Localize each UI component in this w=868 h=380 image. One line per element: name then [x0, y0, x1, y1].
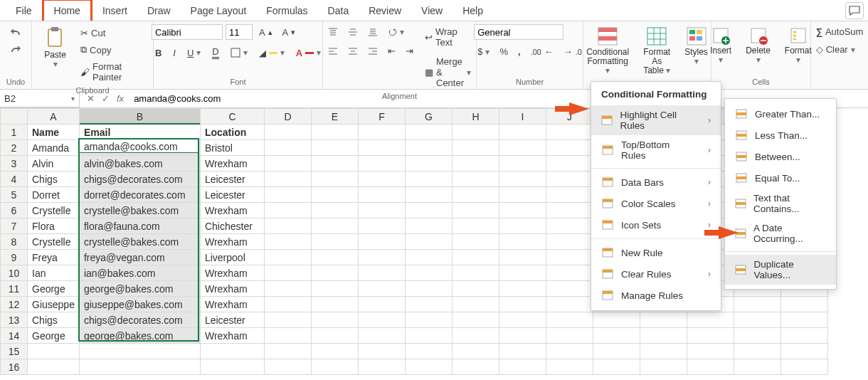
cf-item-new-rule[interactable]: New Rule [591, 242, 721, 263]
borders-button[interactable]: ▾ [227, 46, 251, 60]
cell-K15[interactable] [593, 344, 640, 359]
row-header-2[interactable]: 2 [1, 140, 28, 156]
align-right-button[interactable] [364, 44, 381, 58]
cell-A7[interactable]: Flora [28, 218, 80, 234]
cell-C12[interactable]: Wrexham [200, 297, 264, 312]
cf-item-icon-sets[interactable]: Icon Sets› [591, 214, 721, 236]
hcr-item-greater-than-[interactable]: Greater Than... [725, 103, 836, 125]
cell-I11[interactable] [499, 281, 546, 297]
cell-I13[interactable] [499, 312, 546, 328]
cell-F13[interactable] [358, 312, 405, 328]
row-header-1[interactable]: 1 [1, 125, 28, 140]
name-box[interactable]: B2▾ [0, 90, 80, 107]
cell-E14[interactable] [311, 328, 358, 344]
cell-J3[interactable] [546, 156, 593, 171]
cell-J6[interactable] [546, 203, 593, 218]
underline-button[interactable]: U▾ [184, 46, 204, 60]
cell-E8[interactable] [311, 234, 358, 250]
cell-D16[interactable] [264, 359, 311, 375]
cell-A2[interactable]: Amanda [28, 140, 80, 156]
cf-item-top-bottom-rules[interactable]: Top/Bottom Rules› [591, 135, 721, 165]
cell-E5[interactable] [311, 187, 358, 203]
cell-C9[interactable]: Liverpool [200, 250, 264, 265]
cell-B1[interactable]: Email [79, 125, 200, 140]
cell-O13[interactable] [780, 312, 827, 328]
tab-help[interactable]: Help [452, 1, 493, 21]
percent-button[interactable]: % [496, 44, 512, 59]
cell-B10[interactable]: ian@bakes.com [79, 265, 200, 281]
cell-D15[interactable] [264, 344, 311, 359]
cell-F9[interactable] [358, 250, 405, 265]
decrease-indent-button[interactable]: ⇤ [384, 43, 399, 58]
cell-G14[interactable] [405, 328, 452, 344]
cell-M14[interactable] [687, 328, 734, 344]
cell-G6[interactable] [405, 203, 452, 218]
cell-D11[interactable] [264, 281, 311, 297]
cell-B11[interactable]: george@bakes.com [79, 281, 200, 297]
cell-A5[interactable]: Dorret [28, 187, 80, 203]
cell-N15[interactable] [734, 344, 780, 359]
cell-N12[interactable] [734, 297, 780, 312]
cell-C3[interactable]: Wrexham [200, 156, 264, 171]
tab-insert[interactable]: Insert [92, 1, 137, 21]
cell-A14[interactable]: George [28, 328, 80, 344]
cell-B5[interactable]: dorret@decorates.com [79, 187, 200, 203]
column-header-H[interactable]: H [452, 109, 499, 125]
insert-cells-button[interactable]: Insert▾ [705, 24, 736, 67]
cell-A6[interactable]: Crystelle [28, 203, 80, 218]
cell-K16[interactable] [593, 359, 640, 375]
cell-D13[interactable] [264, 312, 311, 328]
align-top-button[interactable] [324, 25, 342, 39]
number-format-select[interactable] [474, 24, 563, 40]
fx-icon[interactable]: fx [117, 93, 124, 104]
cell-J11[interactable] [546, 281, 593, 297]
cell-C7[interactable]: Chichester [200, 218, 264, 234]
merge-center-button[interactable]: ▦Merge & Center▾ [421, 54, 475, 90]
bold-button[interactable]: B [152, 46, 165, 60]
paste-button[interactable]: Paste ▾ [38, 24, 73, 71]
cell-E2[interactable] [311, 140, 358, 156]
cell-A12[interactable]: Giuseppe [28, 297, 80, 312]
cell-H10[interactable] [452, 265, 499, 281]
cell-G1[interactable] [405, 125, 452, 140]
row-header-16[interactable]: 16 [1, 359, 28, 375]
align-left-button[interactable] [324, 44, 342, 58]
cell-B14[interactable]: george@bakes.com [79, 328, 200, 344]
cell-G2[interactable] [405, 140, 452, 156]
cell-C10[interactable]: Wrexham [200, 265, 264, 281]
cut-button[interactable]: ✂Cut [77, 26, 147, 41]
cell-C16[interactable] [200, 359, 264, 375]
cell-J12[interactable] [546, 297, 593, 312]
row-header-5[interactable]: 5 [1, 187, 28, 203]
cell-D14[interactable] [264, 328, 311, 344]
cell-J15[interactable] [546, 344, 593, 359]
row-header-3[interactable]: 3 [1, 156, 28, 171]
row-header-8[interactable]: 8 [1, 234, 28, 250]
redo-button[interactable] [6, 44, 26, 58]
tab-draw[interactable]: Draw [137, 1, 181, 21]
cell-A11[interactable]: George [28, 281, 80, 297]
cell-C1[interactable]: Location [200, 125, 264, 140]
cell-H1[interactable] [452, 125, 499, 140]
cell-F8[interactable] [358, 234, 405, 250]
cell-G16[interactable] [405, 359, 452, 375]
row-header-9[interactable]: 9 [1, 250, 28, 265]
cell-A3[interactable]: Alvin [28, 156, 80, 171]
row-header-10[interactable]: 10 [1, 265, 28, 281]
cell-C2[interactable]: Bristol [200, 140, 264, 156]
cell-D1[interactable] [264, 125, 311, 140]
cell-J10[interactable] [546, 265, 593, 281]
tab-view[interactable]: View [411, 1, 452, 21]
tab-page-layout[interactable]: Page Layout [181, 1, 257, 21]
cell-H7[interactable] [452, 218, 499, 234]
cell-J8[interactable] [546, 234, 593, 250]
cell-K13[interactable] [593, 312, 640, 328]
cell-I8[interactable] [499, 234, 546, 250]
row-header-14[interactable]: 14 [1, 328, 28, 344]
tab-home[interactable]: Home [42, 0, 92, 21]
cell-A9[interactable]: Freya [28, 250, 80, 265]
cell-D10[interactable] [264, 265, 311, 281]
cell-I6[interactable] [499, 203, 546, 218]
cell-E6[interactable] [311, 203, 358, 218]
cell-I9[interactable] [499, 250, 546, 265]
